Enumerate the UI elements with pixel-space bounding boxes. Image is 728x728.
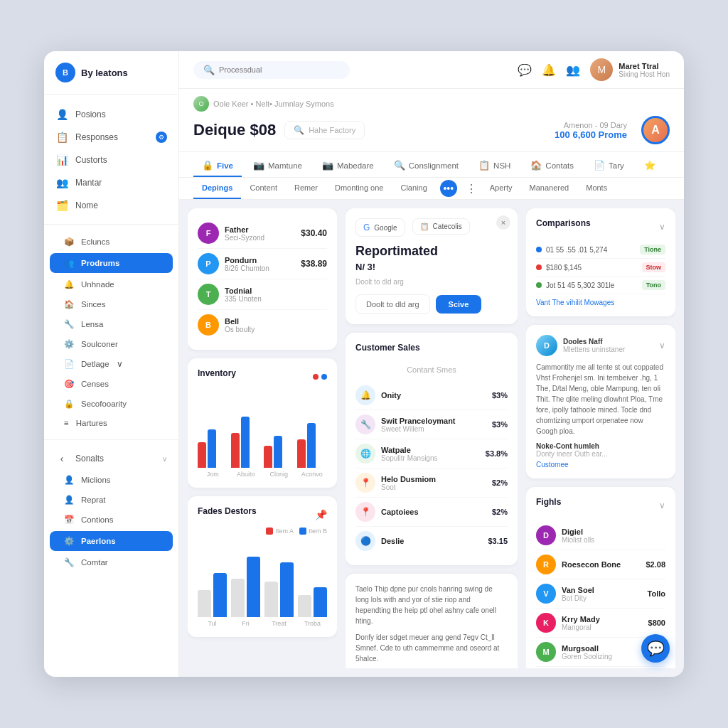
sidebar-item-paerlons[interactable]: ⚙️ Paerlons bbox=[50, 531, 173, 551]
sub-tab-dmonting[interactable]: Dmonting one bbox=[326, 178, 392, 199]
sidebar-item-detlage[interactable]: 📄 Detlage ∨ bbox=[44, 354, 178, 374]
sales-pct: $2% bbox=[492, 508, 508, 516]
group-icon: 👥 bbox=[55, 177, 68, 188]
sub-tab-depings[interactable]: Depings bbox=[193, 178, 241, 199]
tab-mamtune[interactable]: 📷 Mamtune bbox=[245, 155, 311, 177]
sidebar-item-contions[interactable]: 📅 Contions bbox=[44, 510, 178, 530]
wrench-icon: 🔧 bbox=[64, 557, 74, 567]
sidebar-item-miclions[interactable]: 👤 Miclions bbox=[44, 470, 178, 490]
sidebar-item-mantar[interactable]: 👥 Mantar bbox=[44, 171, 178, 194]
clipboard-icon: 📋 bbox=[55, 132, 68, 143]
tab-nsh[interactable]: 📋 NSH bbox=[470, 155, 519, 177]
note-author-info: Dooles Naff Mlettens uninstaner bbox=[563, 338, 625, 353]
contacts-icon[interactable]: 👥 bbox=[566, 63, 580, 77]
divider-2 bbox=[44, 439, 178, 440]
sub-tab-content[interactable]: Content bbox=[241, 178, 286, 199]
member-info: Bell Os boulty bbox=[225, 317, 327, 333]
sales-info: Swit Pranceloymant Sweet Willem bbox=[381, 417, 486, 433]
sidebar-item-secofooarity[interactable]: 🔒 Secofooarity bbox=[44, 394, 178, 414]
highlight-item: V Van Soel Bot Dity Tollo bbox=[536, 579, 665, 609]
sidebar-item-comtar[interactable]: 🔧 Comtar bbox=[44, 552, 178, 572]
sub-tab-aperty[interactable]: Aperty bbox=[481, 178, 521, 199]
three-column-layout: F Father Seci-Syzond $30.40 P Pondurn 8/… bbox=[179, 200, 684, 677]
sub-tab-claning[interactable]: Claning bbox=[392, 178, 435, 199]
page-search[interactable]: 🔍 Hahe Factory bbox=[284, 121, 365, 139]
sidebar-item-sinces[interactable]: 🏠 Sinces bbox=[44, 294, 178, 314]
people-icon: 👥 bbox=[64, 258, 74, 268]
sidebar-item-reprat[interactable]: 👤 Reprat bbox=[44, 490, 178, 510]
chat-icon[interactable]: 💬 bbox=[518, 63, 532, 77]
notification-icon[interactable]: 🔔 bbox=[542, 63, 556, 77]
settings-icon: ⚙️ bbox=[64, 536, 74, 546]
chart-icon: 📊 bbox=[55, 154, 68, 166]
sales-info: Captoiees bbox=[381, 508, 486, 516]
sidebar-item-ecluncs[interactable]: 📦 Ecluncs bbox=[44, 232, 178, 252]
doc-icon: 📄 bbox=[64, 359, 74, 369]
tab-mabedare[interactable]: 📷 Mabedare bbox=[314, 155, 382, 177]
tab-five[interactable]: 🔒 Five bbox=[193, 155, 242, 177]
chevron-down-icon-3[interactable]: ∨ bbox=[659, 500, 665, 510]
member-name: Bell bbox=[225, 317, 327, 326]
sub-tab-mananered[interactable]: Mananered bbox=[521, 178, 578, 199]
sales-pct: $2% bbox=[492, 478, 508, 487]
legend-box-red bbox=[266, 528, 273, 535]
legend-label-b: Item B bbox=[309, 528, 327, 535]
sales-icon: 🔵 bbox=[355, 531, 375, 551]
tab-tary[interactable]: 📄 Tary bbox=[585, 155, 633, 177]
primary-button[interactable]: Scive bbox=[436, 295, 482, 314]
sidebar-top-section: 👤 Posions 📋 Responses ⚙ 📊 Custorts 👥 Man… bbox=[44, 100, 178, 220]
secondary-button[interactable]: Doolt to dld arg bbox=[355, 294, 430, 314]
sidebar-item-soulconer[interactable]: ⚙️ Soulconer bbox=[44, 334, 178, 354]
sales-directors-title: Fades Destors bbox=[198, 506, 257, 516]
chevron-down-icon-2[interactable]: ∨ bbox=[659, 222, 665, 232]
sidebar-item-censes[interactable]: 🎯 Censes bbox=[44, 374, 178, 394]
sidebar-item-sonalts[interactable]: ‹ Sonalts ∨ bbox=[44, 447, 178, 470]
customer-sales-card: Customer Sales Contant Smes 🔔 Onity $3% … bbox=[346, 333, 518, 565]
sales-item: 🔔 Onity $3% bbox=[355, 381, 508, 410]
arrow-left-icon: ‹ bbox=[55, 453, 68, 464]
modal-text: Doolt to dld arg bbox=[355, 278, 508, 286]
page-title-row: Deique $08 🔍 Hahe Factory Amenon - 09 Da… bbox=[193, 116, 670, 144]
member-item: F Father Seci-Syzond $30.40 bbox=[198, 218, 327, 249]
sidebar-sub-section: 📦 Ecluncs 👥 Prodrums 🔔 Unhnade 🏠 Sinces … bbox=[44, 229, 178, 435]
sub-tab-dots[interactable]: ⋮ bbox=[461, 182, 481, 196]
sub-tab-more[interactable]: ••• bbox=[440, 180, 457, 197]
page-search-text: Hahe Factory bbox=[309, 126, 355, 134]
customer-sales-subtitle: Contant Smes bbox=[355, 365, 508, 374]
close-button[interactable]: × bbox=[496, 215, 510, 230]
tab-star[interactable]: ⭐ bbox=[636, 155, 664, 177]
search-input[interactable] bbox=[219, 65, 340, 74]
sidebar-item-hartures[interactable]: ≡ Hartures bbox=[44, 414, 178, 432]
bar-blue bbox=[274, 436, 282, 468]
member-item: P Pondurn 8/26 Chumton $38.89 bbox=[198, 249, 327, 279]
sales-item: 📍 Helo Dusmiom Soot $2% bbox=[355, 469, 508, 498]
modal-subtitle: N/ 3! bbox=[355, 262, 508, 272]
sidebar-item-customs[interactable]: 📊 Custorts bbox=[44, 149, 178, 171]
sidebar-item-nome[interactable]: 🗂️ Nome bbox=[44, 194, 178, 217]
folder-icon: 🗂️ bbox=[55, 200, 68, 211]
google-button[interactable]: G Google bbox=[355, 218, 405, 237]
chevron-icon-2[interactable]: ∨ bbox=[659, 341, 665, 350]
tab-conslignment[interactable]: 🔍 Conslignment bbox=[385, 155, 467, 177]
tab-contats[interactable]: 🏠 Contats bbox=[522, 155, 582, 177]
sidebar-item-lensa[interactable]: 🔧 Lensa bbox=[44, 314, 178, 334]
note-author-role: Mlettens uninstaner bbox=[563, 346, 625, 353]
sidebar-item-responses[interactable]: 📋 Responses ⚙ bbox=[44, 126, 178, 149]
fab-button[interactable]: 💬 bbox=[641, 634, 670, 663]
sidebar-navigation: 👤 Posions 📋 Responses ⚙ 📊 Custorts 👥 Man… bbox=[44, 95, 178, 665]
comparisons-link[interactable]: Vant The vihilit Mowages bbox=[536, 299, 665, 306]
user-details: Maret Ttral Sixing Host Hon bbox=[619, 62, 670, 78]
sub-tab-remer[interactable]: Remer bbox=[286, 178, 326, 199]
sidebar-item-unhnade[interactable]: 🔔 Unhnade bbox=[44, 274, 178, 294]
search-bar[interactable]: 🔍 bbox=[193, 61, 350, 79]
member-item: B Bell Os boulty bbox=[198, 310, 327, 340]
bar-blue bbox=[314, 587, 327, 617]
sidebar-item-prodrums[interactable]: 👥 Prodrums bbox=[50, 253, 173, 273]
sub-tab-monts[interactable]: Monts bbox=[577, 178, 616, 199]
sales-directors-card: Fades Destors 📌 Item A Item B bbox=[188, 496, 337, 637]
sales-name: Helo Dusmiom bbox=[381, 475, 486, 483]
sidebar-item-posions[interactable]: 👤 Posions bbox=[44, 103, 178, 126]
catecalis-button[interactable]: 📋 Catecolis bbox=[412, 218, 470, 235]
sidebar-label: Ecluncs bbox=[81, 237, 109, 246]
sidebar-label: Detlage bbox=[81, 360, 109, 368]
